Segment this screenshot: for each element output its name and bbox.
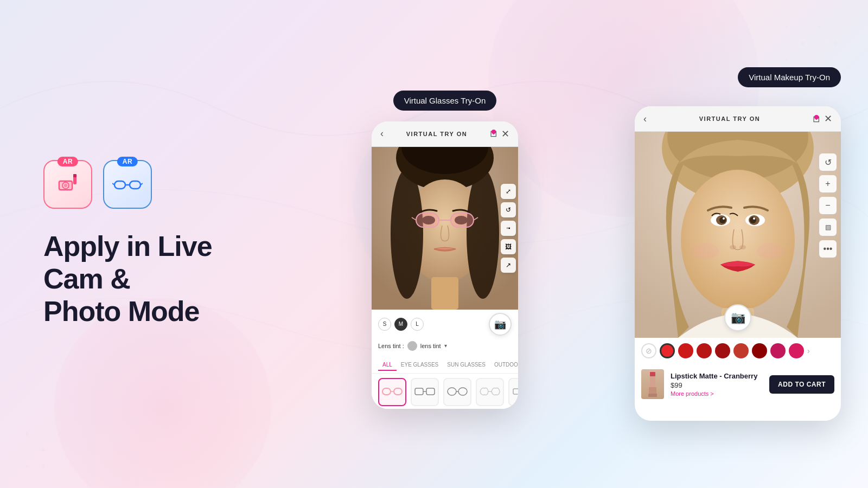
ar-glasses-icon-box[interactable]: AR	[103, 160, 152, 209]
makeup-camera-btn[interactable]: 📷	[724, 304, 751, 331]
makeup-zoom-in-icon[interactable]: +	[819, 175, 837, 192]
svg-rect-16	[73, 174, 76, 177]
svg-rect-69	[648, 394, 657, 397]
notification-dot	[492, 130, 496, 134]
svg-point-60	[753, 217, 755, 220]
lens-tint-row: Lens tint : lens tint ▾	[372, 339, 518, 355]
makeup-section: Virtual Makeup Try-On ‹ VIRTUAL TRY ON ⊡	[608, 56, 868, 432]
svg-point-59	[750, 217, 756, 223]
swatch-dark-red-2[interactable]	[697, 343, 712, 358]
tab-all[interactable]: ALL	[378, 359, 397, 371]
svg-rect-35	[431, 277, 458, 310]
product-item-5[interactable]: ProductName	[508, 378, 518, 409]
lens-tint-label: Lens tint :	[378, 343, 404, 349]
swatch-pink-red[interactable]	[770, 343, 786, 358]
swatch-red-selected[interactable]	[660, 343, 675, 358]
swatch-no-color[interactable]: ⊘	[641, 343, 656, 358]
svg-point-52	[681, 170, 795, 311]
product-item-1[interactable]: ProductName	[378, 378, 406, 409]
svg-point-56	[723, 217, 725, 220]
makeup-compare-icon[interactable]: ▧	[819, 219, 837, 236]
rotate-icon[interactable]: ↺	[501, 202, 516, 217]
glasses-face-svg	[372, 147, 518, 310]
makeup-face-area: ↺ + − ▧ ••• 📷	[635, 132, 841, 338]
swatches-overflow-indicator: ›	[807, 346, 810, 355]
swatch-very-dark-red[interactable]	[752, 343, 767, 358]
glasses-face-area: ⤢ ↺ ▫▪ 🖼 ↗	[372, 147, 518, 310]
main-heading: Apply in Live Cam & Photo Mode	[43, 230, 250, 328]
makeup-phone-mockup: ‹ VIRTUAL TRY ON ⊡ ✕	[635, 106, 841, 421]
product-name-3: ProductName	[449, 408, 465, 409]
svg-rect-40	[426, 388, 435, 395]
product-details: Lipstick Matte - Cranberry $99 More prod…	[671, 372, 763, 397]
size-small-btn[interactable]: S	[378, 318, 391, 331]
lens-dot	[407, 341, 417, 351]
svg-point-26	[391, 169, 423, 299]
svg-point-42	[448, 388, 456, 395]
product-name-2: ProductName	[416, 408, 433, 409]
glasses-back-icon[interactable]: ‹	[380, 128, 384, 139]
more-products-link[interactable]: More products >	[671, 390, 763, 397]
makeup-back-icon[interactable]: ‹	[643, 113, 647, 125]
expand-icon[interactable]: ⤢	[501, 184, 516, 199]
size-medium-btn[interactable]: M	[394, 318, 407, 331]
makeup-zoom-out-icon[interactable]: −	[819, 197, 837, 214]
ar-icons-row: AR AR	[43, 160, 250, 209]
makeup-rotate-icon[interactable]: ↺	[819, 153, 837, 171]
makeup-more-icon[interactable]: •••	[819, 240, 837, 258]
swatch-dark-red-3[interactable]	[715, 343, 730, 358]
ar-badge-makeup: AR	[58, 157, 78, 166]
product-grid: ProductName ProductName ProductName	[372, 374, 518, 409]
left-section: AR AR	[0, 127, 282, 360]
lens-tint-value[interactable]: lens tint	[420, 343, 441, 349]
svg-point-64	[757, 243, 784, 259]
lipstick-thumbnail	[641, 369, 664, 399]
makeup-header-icons: ⊡ ✕	[813, 113, 832, 125]
product-info-bar: Lipstick Matte - Cranberry $99 More prod…	[635, 364, 841, 404]
makeup-screenshot-icon-wrapper[interactable]: ⊡	[813, 114, 820, 124]
svg-rect-31	[451, 213, 474, 227]
tab-sun-glasses[interactable]: SUN GLASSES	[443, 359, 490, 371]
makeup-close-icon[interactable]: ✕	[824, 113, 832, 125]
svg-point-27	[467, 169, 499, 299]
svg-rect-37	[394, 388, 402, 395]
glasses-icon	[112, 170, 143, 203]
share-icon[interactable]: ↗	[501, 258, 516, 273]
product-item-3[interactable]: ProductName	[443, 378, 471, 409]
camera-capture-btn[interactable]: 📷	[489, 313, 512, 336]
ar-makeup-icon-box[interactable]: AR	[43, 160, 92, 209]
product-item-4[interactable]: ProductName	[476, 378, 504, 409]
glasses-header-title: VIRTUAL TRY ON	[406, 131, 467, 137]
glasses-phone-mockup: ‹ VIRTUAL TRY ON ⊡ ✕	[372, 121, 518, 409]
tab-eye-glasses[interactable]: EYE GLASSES	[397, 359, 443, 371]
makeup-header-title: VIRTUAL TRY ON	[699, 115, 760, 122]
svg-point-14	[64, 184, 67, 187]
glasses-phone-header: ‹ VIRTUAL TRY ON ⊡ ✕	[372, 121, 518, 147]
tab-outdoor-sports[interactable]: OUTDOOR SPORTS	[490, 359, 518, 371]
svg-rect-30	[416, 213, 439, 227]
svg-rect-17	[114, 181, 125, 189]
glasses-close-icon[interactable]: ✕	[501, 128, 509, 140]
product-name-5: ProductName	[514, 408, 518, 409]
glasses-screenshot-icon-wrapper[interactable]: ⊡	[490, 129, 497, 139]
product-title: Lipstick Matte - Cranberry	[671, 372, 763, 380]
compare-icon[interactable]: ▫▪	[501, 221, 516, 236]
size-large-btn[interactable]: L	[411, 318, 424, 331]
product-name-4: ProductName	[481, 408, 498, 409]
product-img-5	[508, 378, 518, 406]
add-to-cart-button[interactable]: ADD TO CART	[769, 375, 834, 394]
swatch-hot-pink[interactable]	[789, 343, 804, 358]
makeup-icon	[54, 170, 82, 203]
svg-point-62	[739, 245, 746, 249]
svg-point-55	[719, 217, 726, 223]
gallery-icon[interactable]: 🖼	[501, 239, 516, 254]
product-img-2	[411, 378, 439, 406]
product-item-2[interactable]: ProductName	[411, 378, 439, 409]
product-name-1: ProductName	[384, 408, 400, 409]
lens-tint-chevron[interactable]: ▾	[444, 343, 447, 349]
swatch-dark-red-1[interactable]	[678, 343, 693, 358]
makeup-phone-header: ‹ VIRTUAL TRY ON ⊡ ✕	[635, 106, 841, 132]
svg-rect-67	[650, 372, 655, 376]
swatch-crimson[interactable]	[733, 343, 749, 358]
glasses-section: Virtual Glasses Try-On ‹ VIRTUAL TRY ON …	[282, 80, 608, 409]
